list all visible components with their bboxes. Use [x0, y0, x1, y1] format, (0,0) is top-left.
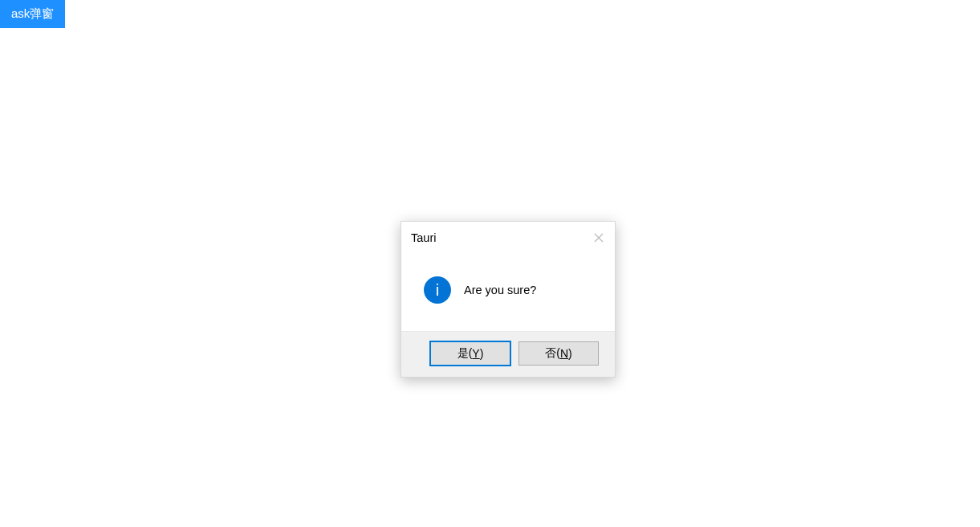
dialog-title: Tauri — [411, 231, 436, 244]
yes-button-prefix: 是( — [457, 346, 473, 361]
info-icon: i — [424, 276, 451, 304]
yes-button-suffix: ) — [480, 347, 484, 360]
no-button-prefix: 否( — [545, 346, 560, 361]
no-button[interactable]: 否(N) — [518, 341, 599, 366]
yes-button[interactable]: 是(Y) — [430, 341, 510, 366]
no-button-suffix: ) — [568, 347, 572, 360]
close-button[interactable] — [589, 228, 608, 247]
dialog-body: i Are you sure? — [401, 254, 615, 331]
close-icon — [594, 233, 604, 243]
no-button-accel: N — [560, 347, 568, 360]
info-icon-glyph: i — [436, 282, 439, 298]
ask-dialog-trigger-button[interactable]: ask弹窗 — [0, 0, 65, 28]
yes-button-accel: Y — [472, 347, 479, 360]
confirm-dialog: Tauri i Are you sure? 是(Y) 否(N) — [401, 221, 616, 378]
dialog-footer: 是(Y) 否(N) — [401, 331, 615, 377]
dialog-message: Are you sure? — [464, 284, 536, 296]
dialog-titlebar: Tauri — [401, 222, 615, 254]
